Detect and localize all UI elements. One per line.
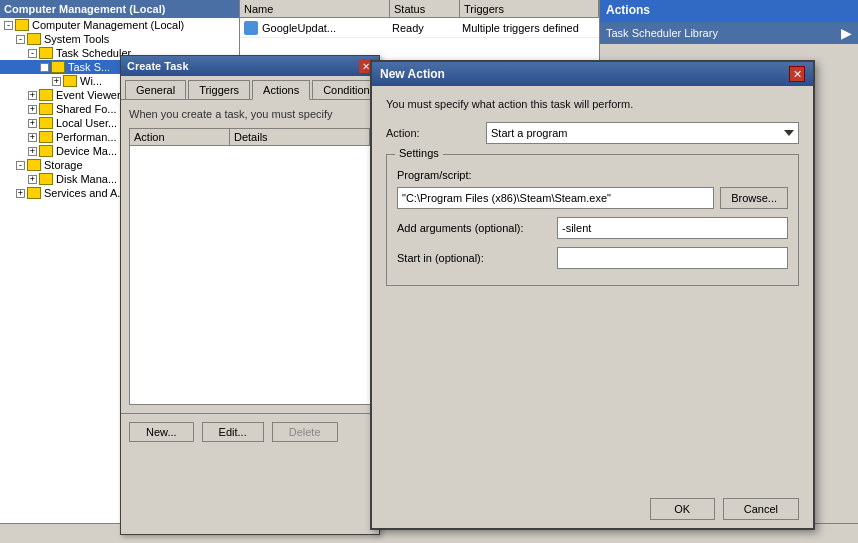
left-pane-title: Computer Management (Local) <box>4 3 165 15</box>
settings-group: Settings Program/script: Browse... Add a… <box>386 154 799 286</box>
new-action-button[interactable]: New... <box>129 422 194 442</box>
col-name[interactable]: Name <box>240 0 390 17</box>
expand-icon: - <box>40 63 49 72</box>
tab-actions[interactable]: Actions <box>252 80 310 100</box>
ok-button[interactable]: OK <box>650 498 715 520</box>
program-script-label: Program/script: <box>397 169 788 181</box>
action-select-label: Action: <box>386 127 486 139</box>
expand-icon: + <box>28 133 37 142</box>
add-args-input[interactable] <box>557 217 788 239</box>
col-triggers[interactable]: Triggers <box>460 0 599 17</box>
actions-subheader: Task Scheduler Library ▶ <box>600 22 858 44</box>
delete-action-button[interactable]: Delete <box>272 422 338 442</box>
folder-icon <box>39 173 53 185</box>
tree-label: Services and A... <box>44 187 127 199</box>
expand-icon: - <box>4 21 13 30</box>
folder-icon <box>63 75 77 87</box>
action-col-details: Details <box>230 129 370 145</box>
task-list-header: Name Status Triggers <box>240 0 599 18</box>
folder-icon <box>39 47 53 59</box>
folder-icon <box>39 131 53 143</box>
tree-label: Storage <box>44 159 83 171</box>
new-action-body: You must specify what action this task w… <box>372 86 813 308</box>
expand-icon: + <box>28 175 37 184</box>
folder-icon <box>39 89 53 101</box>
folder-icon <box>27 187 41 199</box>
action-select-row: Action: Start a program Send an e-mail D… <box>386 122 799 144</box>
tree-label: Computer Management (Local) <box>32 19 184 31</box>
new-action-close-button[interactable]: ✕ <box>789 66 805 82</box>
tree-item-system-tools[interactable]: - System Tools <box>0 32 239 46</box>
start-in-input[interactable] <box>557 247 788 269</box>
folder-icon <box>39 145 53 157</box>
expand-icon: + <box>28 105 37 114</box>
start-in-label: Start in (optional): <box>397 252 557 264</box>
expand-icon: - <box>28 49 37 58</box>
tree-item-computer-mgmt[interactable]: - Computer Management (Local) <box>0 18 239 32</box>
settings-legend: Settings <box>395 147 443 159</box>
action-table-header: Action Details <box>129 128 371 145</box>
tree-label: Local User... <box>56 117 117 129</box>
edit-action-button[interactable]: Edit... <box>202 422 264 442</box>
program-script-section: Program/script: Browse... <box>397 169 788 209</box>
start-in-row: Start in (optional): <box>397 247 788 269</box>
program-row: Browse... <box>397 187 788 209</box>
actions-header: Actions <box>600 0 858 22</box>
expand-icon: + <box>28 91 37 100</box>
new-action-titlebar: New Action ✕ <box>372 62 813 86</box>
expand-icon: + <box>28 147 37 156</box>
tab-triggers[interactable]: Triggers <box>188 80 250 99</box>
program-script-input[interactable] <box>397 187 714 209</box>
add-args-label: Add arguments (optional): <box>397 222 557 234</box>
create-task-title: Create Task <box>127 60 189 72</box>
tree-label: System Tools <box>44 33 109 45</box>
action-col-action: Action <box>130 129 230 145</box>
expand-icon: - <box>16 161 25 170</box>
cancel-button[interactable]: Cancel <box>723 498 799 520</box>
task-status: Ready <box>392 22 462 34</box>
main-window: Computer Management (Local) - Computer M… <box>0 0 858 543</box>
left-pane-header: Computer Management (Local) <box>0 0 239 18</box>
create-task-description: When you create a task, you must specify <box>129 108 371 120</box>
tree-label: Device Ma... <box>56 145 117 157</box>
folder-icon <box>15 19 29 31</box>
action-table-body <box>129 145 371 405</box>
expand-icon: - <box>16 35 25 44</box>
add-args-row: Add arguments (optional): <box>397 217 788 239</box>
browse-button[interactable]: Browse... <box>720 187 788 209</box>
tree-label: Task S... <box>68 61 110 73</box>
task-icon <box>244 21 258 35</box>
folder-icon <box>51 61 65 73</box>
task-triggers: Multiple triggers defined <box>462 22 595 34</box>
tree-label: Disk Mana... <box>56 173 117 185</box>
folder-icon <box>27 159 41 171</box>
expand-arrow-button[interactable]: ▶ <box>841 25 852 41</box>
action-select[interactable]: Start a program Send an e-mail Display a… <box>486 122 799 144</box>
new-action-description: You must specify what action this task w… <box>386 98 799 110</box>
folder-icon <box>39 117 53 129</box>
ok-cancel-buttons: OK Cancel <box>636 490 813 528</box>
task-row[interactable]: GoogleUpdat... Ready Multiple triggers d… <box>240 18 599 38</box>
create-task-buttons: New... Edit... Delete <box>121 413 379 450</box>
task-name: GoogleUpdat... <box>262 22 392 34</box>
expand-icon: + <box>52 77 61 86</box>
new-action-dialog: New Action ✕ You must specify what actio… <box>370 60 815 530</box>
create-task-dialog: Create Task ✕ General Triggers Actions C… <box>120 55 380 535</box>
tab-general[interactable]: General <box>125 80 186 99</box>
expand-icon: + <box>16 189 25 198</box>
create-task-titlebar: Create Task ✕ <box>121 56 379 76</box>
col-status[interactable]: Status <box>390 0 460 17</box>
expand-icon: + <box>28 119 37 128</box>
tree-label: Event Viewer <box>56 89 121 101</box>
new-action-title: New Action <box>380 67 445 81</box>
tree-label: Shared Fo... <box>56 103 117 115</box>
tree-label: Wi... <box>80 75 102 87</box>
create-task-tab-bar: General Triggers Actions Conditions S... <box>121 76 379 100</box>
create-task-content: When you create a task, you must specify… <box>121 100 379 413</box>
tree-label: Performan... <box>56 131 117 143</box>
folder-icon <box>39 103 53 115</box>
folder-icon <box>27 33 41 45</box>
